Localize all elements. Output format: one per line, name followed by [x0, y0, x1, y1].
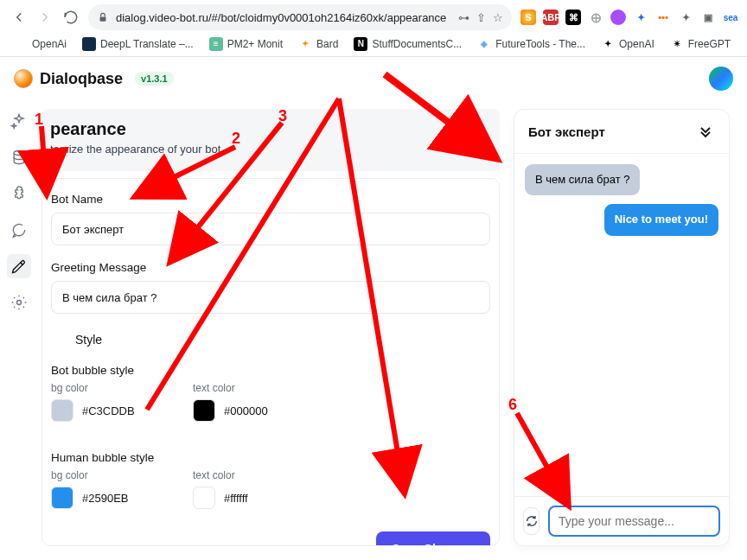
- favicon: ✴: [670, 37, 684, 51]
- app-topbar: Dialoqbase v1.3.1: [0, 57, 747, 100]
- ext-icon[interactable]: ABP: [543, 10, 559, 25]
- page-header: pearance tomize the appearance of your b…: [42, 109, 500, 171]
- bookmark-label: Bard: [316, 38, 338, 50]
- favicon: N: [354, 37, 367, 51]
- brand-name: Dialoqbase: [40, 70, 123, 88]
- favicon: ✦: [601, 37, 615, 51]
- lock-icon: [97, 11, 109, 23]
- brand-logo-icon: [14, 69, 33, 88]
- text-color-caption: text color: [193, 382, 297, 394]
- favicon: [82, 37, 96, 51]
- bot-bubble-style: Bot bubble style bg color #C3CDDB text: [51, 364, 490, 422]
- svg-rect-0: [100, 16, 106, 21]
- chat-icon[interactable]: [7, 218, 31, 242]
- bot-bg-swatch[interactable]: [51, 399, 73, 422]
- bot-bubble-title: Bot bubble style: [51, 364, 490, 377]
- forward-icon[interactable]: [36, 9, 54, 26]
- eyedropper-icon[interactable]: [7, 254, 31, 278]
- bookmark-item[interactable]: ✦Bard: [293, 35, 343, 53]
- bg-color-caption: bg color: [51, 469, 155, 481]
- address-bar[interactable]: dialog.video-bot.ru/#/bot/cloidmy0v0001o…: [88, 4, 512, 30]
- browser-toolbar: dialog.video-bot.ru/#/bot/cloidmy0v0001o…: [0, 0, 747, 33]
- bot-bg-code: #C3CDDB: [82, 404, 135, 417]
- bg-color-caption: bg color: [51, 382, 155, 394]
- version-pill: v1.3.1: [135, 72, 174, 86]
- preview-bot-bubble: В чем сила брат ?: [525, 164, 640, 195]
- favicon: ◈: [477, 37, 491, 51]
- bot-name-input[interactable]: [51, 213, 490, 245]
- ext-icon[interactable]: ⨁: [588, 10, 603, 25]
- bookmark-label: DeepL Translate –...: [100, 38, 194, 50]
- bookmark-item[interactable]: ◈FutureTools - The...: [472, 35, 591, 53]
- extensions-tray: S ABP ⌘ ⨁ ✦ ••• ✦ ▣ sea: [520, 10, 738, 25]
- bookmark-label: StuffDocumentsC...: [372, 38, 462, 50]
- ext-icon[interactable]: ✦: [633, 10, 648, 25]
- svg-point-1: [14, 151, 24, 156]
- favicon: ≡: [209, 37, 223, 51]
- bot-text-code: #000000: [224, 404, 268, 417]
- favicon: ✦: [298, 37, 312, 51]
- bookmark-item[interactable]: ✦OpenAI: [596, 35, 660, 53]
- url-text: dialog.video-bot.ru/#/bot/cloidmy0v0001o…: [116, 11, 451, 24]
- page-title: pearance: [50, 119, 491, 139]
- svg-point-2: [17, 301, 22, 305]
- bookmark-item[interactable]: NStuffDocumentsC...: [348, 35, 467, 53]
- style-header: Style: [75, 333, 490, 347]
- star-icon[interactable]: ☆: [493, 11, 503, 24]
- human-text-swatch[interactable]: [193, 487, 215, 509]
- bookmark-label: OpenAI: [619, 38, 654, 50]
- human-bubble-style: Human bubble style bg color #2590EB tex: [51, 451, 490, 509]
- human-bg-code: #2590EB: [82, 492, 129, 505]
- extensions-icon[interactable]: ✦: [678, 10, 693, 25]
- greeting-input[interactable]: [51, 281, 490, 314]
- chat-input[interactable]: [548, 506, 720, 537]
- sparkles-icon[interactable]: [7, 109, 31, 133]
- back-icon[interactable]: [10, 9, 28, 26]
- brand[interactable]: Dialoqbase v1.3.1: [14, 69, 174, 88]
- database-icon[interactable]: [7, 145, 31, 169]
- bookmark-item[interactable]: OpenAi: [9, 35, 72, 53]
- puzzle-icon[interactable]: [7, 181, 31, 206]
- window-icon[interactable]: ▣: [700, 10, 716, 25]
- bookmark-item[interactable]: ✴FreeGPT: [665, 35, 736, 53]
- text-color-caption: text color: [193, 469, 297, 481]
- favicon: [14, 37, 28, 51]
- reload-icon[interactable]: [62, 9, 80, 26]
- human-text-code: #ffffff: [224, 492, 248, 505]
- bookmarks-bar: OpenAiDeepL Translate –...≡PM2+ Monit✦Ba…: [0, 33, 747, 57]
- bookmark-label: FutureTools - The...: [495, 38, 585, 50]
- human-bg-swatch[interactable]: [51, 487, 73, 509]
- ext-icon[interactable]: S: [520, 10, 536, 25]
- greeting-label: Greeting Message: [51, 261, 490, 274]
- bot-text-swatch[interactable]: [193, 399, 215, 422]
- ext-icon[interactable]: [610, 10, 626, 25]
- page-subtitle: tomize the appearance of your bot.: [50, 143, 491, 156]
- preview-title: Бот эксперт: [528, 124, 605, 139]
- key-icon: ⊶: [458, 11, 469, 24]
- sidebar: [0, 57, 38, 560]
- bookmark-label: PM2+ Monit: [227, 38, 283, 50]
- chevron-double-down-icon[interactable]: [696, 122, 715, 141]
- bookmark-label: FreeGPT: [688, 38, 731, 50]
- human-bubble-title: Human bubble style: [51, 451, 490, 464]
- ext-icon[interactable]: sea: [723, 10, 738, 25]
- bot-name-label: Bot Name: [51, 193, 490, 206]
- ext-icon[interactable]: ⌘: [565, 10, 581, 25]
- settings-icon[interactable]: [7, 290, 31, 315]
- ext-icon[interactable]: •••: [655, 10, 671, 25]
- bookmark-item[interactable]: DeepL Translate –...: [77, 35, 199, 53]
- bookmark-label: OpenAi: [32, 38, 67, 50]
- preview-human-bubble: Nice to meet you!: [604, 204, 718, 235]
- refresh-icon[interactable]: [523, 507, 540, 535]
- bookmark-item[interactable]: ≡PM2+ Monit: [204, 35, 288, 53]
- save-button[interactable]: Save Changes: [376, 531, 490, 546]
- avatar[interactable]: [709, 67, 733, 91]
- preview-card: Бот эксперт В чем сила брат ? Nice to me…: [514, 109, 730, 546]
- form-card: Bot Name Greeting Message Style Bot bubb…: [42, 178, 500, 546]
- share-icon[interactable]: ⇧: [476, 11, 486, 24]
